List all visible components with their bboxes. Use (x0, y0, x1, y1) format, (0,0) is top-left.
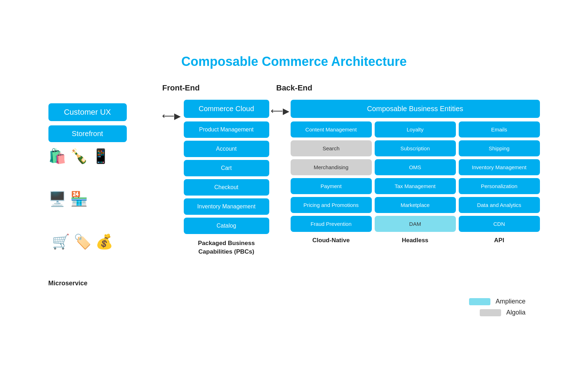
cbe-item-1: Loyalty (375, 121, 456, 137)
cbe-item-0: Content Management (291, 121, 372, 137)
cc-item-4: Inventory Management (184, 198, 269, 215)
cc-item-2: Cart (184, 160, 269, 176)
page: Composable Commerce Architecture Front-E… (27, 40, 561, 334)
cbe-section: Composable Business Entities Content Man… (291, 100, 540, 244)
cbe-item-3: Search (291, 140, 372, 156)
cc-item-1: Account (184, 141, 269, 157)
cbe-item-2: Emails (459, 121, 540, 137)
cbe-item-6: Merchandising (291, 159, 372, 175)
cbe-item-15: Fraud Prevention (291, 216, 372, 232)
architecture-container: Customer UX Storefront 🛍️ 🍾 📱 🖥️ 🏪 🛒 🏷️ … (48, 100, 540, 287)
frontend-label: Front-End (162, 83, 269, 93)
cbe-item-8: Inventory Management (459, 159, 540, 175)
cbe-item-17: CDN (459, 216, 540, 232)
icons-bot: 🛒 🏷️ 💰 (52, 233, 113, 250)
cbe-header: Composable Business Entities (291, 100, 540, 118)
icons-top: 🛍️ 🍾 📱 (48, 148, 110, 165)
cbe-footer-1: Headless (375, 237, 456, 244)
cbe-item-13: Marketplace (375, 197, 456, 213)
legend-color-amplience (469, 298, 490, 305)
page-title: Composable Commerce Architecture (48, 54, 540, 69)
cbe-item-11: Personalization (459, 178, 540, 194)
cbe-item-16: DAM (375, 216, 456, 232)
arrow-col-2: ⟵▶ (269, 100, 291, 116)
cbe-item-9: Payment (291, 178, 372, 194)
customer-ux-box: Customer UX (48, 103, 127, 121)
arrow-1: ⟵▶ (162, 105, 181, 121)
backend-label: Back-End (276, 83, 312, 93)
legend-item-algolia: Algolia (480, 309, 525, 316)
arrow-col-1: ⟵▶ (159, 100, 184, 121)
cbe-item-4: Subscription (375, 140, 456, 156)
cbe-item-14: Data and Analytics (459, 197, 540, 213)
double-arrow-2: ⟵▶ (271, 106, 289, 116)
cbe-item-10: Tax Management (375, 178, 456, 194)
legend-label-algolia: Algolia (506, 309, 525, 316)
left-column: Customer UX Storefront 🛍️ 🍾 📱 🖥️ 🏪 🛒 🏷️ … (48, 100, 159, 287)
legend: Amplience Algolia (48, 298, 540, 320)
cbe-footer: Cloud-Native Headless API (291, 237, 540, 244)
cbe-footer-0: Cloud-Native (291, 237, 372, 244)
images-area: 🛍️ 🍾 📱 🖥️ 🏪 🛒 🏷️ 💰 (48, 148, 134, 269)
cc-item-0: Product Management (184, 121, 269, 138)
storefront-box: Storefront (48, 125, 127, 142)
microservice-label: Microservice (48, 280, 88, 287)
cbe-item-5: Shipping (459, 140, 540, 156)
cbe-item-7: OMS (375, 159, 456, 175)
cbe-grid: Content Management Loyalty Emails Search… (291, 121, 540, 232)
commerce-cloud-header: Commerce Cloud (184, 100, 269, 118)
section-labels: Front-End Back-End (48, 83, 540, 93)
legend-color-algolia (480, 309, 501, 316)
double-arrow-1: ⟵▶ (162, 111, 181, 121)
pbc-label: Packaged Business Capabilities (PBCs) (184, 239, 269, 256)
legend-label-amplience: Amplience (495, 298, 525, 305)
cbe-item-12: Pricing and Promotions (291, 197, 372, 213)
cc-item-5: Catalog (184, 218, 269, 234)
commerce-cloud-column: Commerce Cloud Product Management Accoun… (184, 100, 269, 256)
cbe-footer-2: API (459, 237, 540, 244)
icons-mid: 🖥️ 🏪 (48, 191, 88, 207)
cc-item-3: Checkout (184, 179, 269, 196)
legend-item-amplience: Amplience (469, 298, 525, 305)
